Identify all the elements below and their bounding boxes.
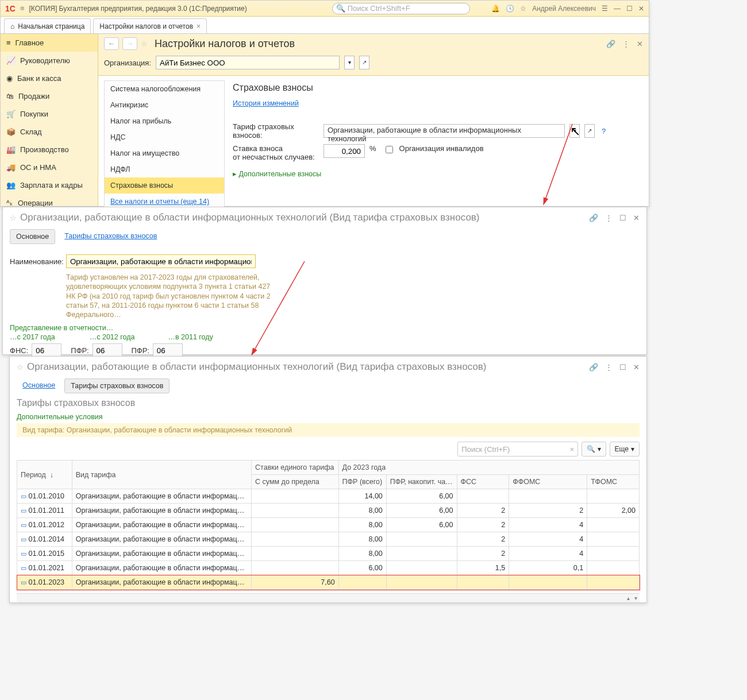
settings-icon[interactable]: ☰: [602, 5, 608, 13]
menu-icon[interactable]: ≡: [20, 4, 25, 13]
org-dropdown-button[interactable]: ▾: [344, 56, 355, 69]
link-icon[interactable]: 🔗: [589, 214, 598, 222]
tab-main-link[interactable]: Основное: [17, 378, 61, 393]
tab-tariffs-link[interactable]: Тарифы страховых взносов: [59, 229, 163, 244]
tariff-open-button[interactable]: ↗: [584, 124, 595, 138]
modal1-title: Организации, работающие в области информ…: [20, 212, 480, 223]
tariff-description: Тариф установлен на 2017-2023 годы для с…: [66, 273, 279, 319]
table-row[interactable]: ▭ 01.01.2010Организации, работающие в об…: [17, 489, 640, 504]
page-title: Настройки налогов и отчетов: [155, 38, 295, 50]
bell-icon[interactable]: 🔔: [491, 5, 500, 13]
fav-icon[interactable]: ☆: [141, 40, 148, 48]
col-2011: …в 2011 году: [168, 333, 213, 341]
nav-insurance[interactable]: Страховые взносы: [105, 177, 224, 194]
table-row[interactable]: ▭ 01.01.2023Организации, работающие в об…: [17, 575, 640, 590]
report-heading: Представление в отчетности…: [10, 324, 640, 332]
close-panel-icon[interactable]: ✕: [637, 40, 643, 48]
pfr2-input[interactable]: [153, 343, 183, 357]
pfr-label: ПФР:: [71, 346, 88, 355]
nav-forward-button[interactable]: →: [122, 37, 137, 50]
org-open-button[interactable]: ↗: [359, 56, 369, 69]
sidebar-item-purchases[interactable]: 🛒Покупки: [1, 105, 98, 123]
fns-label: ФНС:: [10, 346, 28, 355]
table-row[interactable]: ▭ 01.01.2012Организации, работающие в об…: [17, 518, 640, 532]
minimize-icon[interactable]: —: [614, 5, 621, 13]
rate-input[interactable]: [324, 144, 365, 158]
nav-back-button[interactable]: ←: [104, 37, 119, 50]
close-icon[interactable]: ✕: [633, 214, 640, 222]
fav-icon[interactable]: ☆: [10, 214, 17, 222]
tariff-combo[interactable]: Организации, работающие в области информ…: [324, 124, 565, 138]
name-input[interactable]: [66, 254, 256, 268]
close-icon[interactable]: ✕: [633, 363, 640, 372]
pfr2-label: ПФР:: [132, 346, 149, 355]
sidebar-item-assets[interactable]: 🚚ОС и НМА: [1, 158, 98, 176]
name-label: Наименование:: [10, 257, 61, 266]
nav-anticrisis[interactable]: Антикризис: [105, 97, 224, 113]
col-2017: …с 2017 года: [10, 333, 55, 341]
tab-close-icon[interactable]: ×: [197, 22, 201, 30]
pfr-input[interactable]: [93, 343, 122, 357]
nav-ndfl[interactable]: НДФЛ: [105, 161, 224, 177]
tariffs-table[interactable]: Период ↓ Вид тарифа Ставки единого тариф…: [17, 460, 640, 590]
search-icon: 🔍: [336, 4, 345, 13]
fns-input[interactable]: [32, 343, 61, 357]
maximize-icon[interactable]: ☐: [619, 363, 626, 372]
rate-label-2: от несчастных случаев:: [233, 153, 315, 161]
tab-settings[interactable]: Настройки налогов и отчетов×: [93, 18, 207, 33]
type-line: Вид тарифа: Организации, работающие в об…: [17, 423, 640, 437]
app-logo: 1С: [5, 4, 16, 13]
invalids-checkbox[interactable]: [386, 146, 393, 153]
star-icon[interactable]: ☆: [520, 5, 526, 13]
fav-icon[interactable]: ☆: [17, 363, 24, 372]
table-search-input[interactable]: Поиск (Ctrl+F)×: [457, 442, 578, 457]
extra-link[interactable]: ▸ Дополнительные взносы: [233, 169, 321, 178]
app-title: [КОПИЯ] Бухгалтерия предприятия, редакци…: [29, 5, 247, 13]
sidebar-item-manager[interactable]: 📈Руководителю: [1, 52, 98, 69]
sidebar-item-stock[interactable]: 📦Склад: [1, 123, 98, 141]
sidebar-item-production[interactable]: 🏭Производство: [1, 141, 98, 158]
kebab-icon[interactable]: ⋮: [605, 214, 613, 222]
sidebar-item-sales[interactable]: 🛍Продажи: [1, 87, 98, 105]
rate-label-1: Ставка взноса: [233, 144, 283, 153]
table-row[interactable]: ▭ 01.01.2011Организации, работающие в об…: [17, 504, 640, 518]
kebab-icon[interactable]: ⋮: [605, 363, 613, 372]
table-row[interactable]: ▭ 01.01.2021Организации, работающие в об…: [17, 561, 640, 575]
table-row[interactable]: ▭ 01.01.2014Организации, работающие в об…: [17, 532, 640, 547]
modal2-title: Организации, работающие в области информ…: [27, 361, 487, 373]
more-button[interactable]: Еще ▾: [610, 442, 640, 457]
search-button[interactable]: 🔍 ▾: [582, 442, 606, 457]
history-link[interactable]: История изменений: [233, 99, 299, 107]
scrollbar[interactable]: ▴▾: [17, 593, 640, 602]
percent-label: %: [369, 144, 376, 153]
history-icon[interactable]: 🕓: [506, 5, 514, 13]
sidebar-item-main[interactable]: ≡Главное: [1, 34, 98, 52]
sidebar-item-bank[interactable]: ◉Банк и касса: [1, 69, 98, 87]
conditions-label: Дополнительные условия: [10, 408, 646, 421]
tab-main[interactable]: Основное: [10, 229, 55, 244]
close-icon[interactable]: ✕: [638, 5, 644, 13]
nav-tax-system[interactable]: Система налогообложения: [105, 81, 224, 97]
tab-tariffs[interactable]: Тарифы страховых взносов: [64, 378, 170, 393]
tab-home[interactable]: Начальная страница: [4, 18, 91, 33]
help-icon[interactable]: ?: [602, 127, 606, 136]
org-input[interactable]: [156, 56, 340, 69]
maximize-icon[interactable]: ☐: [626, 5, 633, 13]
link-icon[interactable]: 🔗: [606, 40, 615, 48]
maximize-icon[interactable]: ☐: [619, 214, 626, 222]
nav-profit-tax[interactable]: Налог на прибыль: [105, 113, 224, 129]
tariff-label: Тариф страховых взносов:: [233, 122, 319, 140]
sidebar-item-hr[interactable]: 👥Зарплата и кадры: [1, 176, 98, 194]
link-icon[interactable]: 🔗: [589, 363, 598, 372]
table-row[interactable]: ▭ 01.01.2015Организации, работающие в об…: [17, 547, 640, 561]
pane-title: Страховые взносы: [233, 83, 635, 93]
cursor-icon: ↖: [570, 124, 580, 139]
global-search-input[interactable]: 🔍 Поиск Ctrl+Shift+F: [332, 3, 470, 14]
section-sidebar: ≡Главное 📈Руководителю ◉Банк и касса 🛍Пр…: [1, 34, 98, 206]
invalids-label: Организация инвалидов: [399, 144, 484, 153]
user-name[interactable]: Андрей Алексеевич: [532, 5, 596, 13]
nav-vat[interactable]: НДС: [105, 129, 224, 145]
col-2012: …с 2012 года: [90, 333, 135, 341]
kebab-icon[interactable]: ⋮: [622, 40, 630, 48]
nav-property-tax[interactable]: Налог на имущество: [105, 145, 224, 161]
